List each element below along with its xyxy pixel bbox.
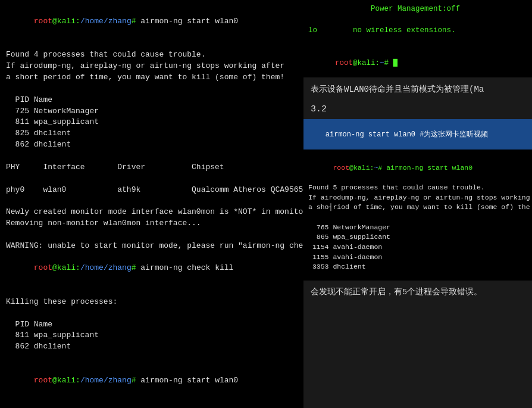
prompt-root: root — [34, 17, 52, 26]
terminal-line: WARNING: unable to start monitor mode, p… — [6, 241, 298, 252]
terminal-line — [6, 39, 298, 50]
terminal-line — [308, 213, 527, 223]
terminal-line: 1154 avahi-daemon — [308, 242, 527, 253]
right-secondary-terminal: root@kali:~# airmon-ng start wlan0 Found… — [303, 150, 532, 281]
highlighted-command: airmon-ng start wlan0 #为这张网卡监听视频 — [303, 119, 532, 150]
terminal-line — [308, 272, 527, 281]
terminal-line — [308, 14, 527, 25]
terminal-line — [6, 229, 298, 241]
left-terminal-panel: root@kali:/home/zhang# airmon-ng start w… — [0, 0, 303, 408]
terminal-line: root@kali:/home/zhang# airmon-ng check k… — [6, 252, 298, 286]
terminal-line: root@kali:~# airmon-ng start wlan0 — [308, 153, 527, 183]
terminal-line — [6, 398, 298, 408]
terminal-line: 3353 dhclient — [308, 262, 527, 272]
terminal-line — [6, 353, 298, 364]
terminal-line: Killing these processes: — [6, 297, 298, 308]
right-top-terminal: Power Management:off lo no wireless exte… — [303, 0, 532, 77]
chinese-explanation-1: 表示设备WLAN0待命并且当前模式为被管理(Ma — [303, 77, 532, 102]
terminal-line: 862 dhclient — [6, 139, 298, 151]
terminal-line: 865 wpa_supplicant — [308, 232, 527, 242]
chinese-explanation-2: 会发现不能正常开启，有5个进程会导致错误。 — [303, 281, 532, 304]
terminal-line: a sho┤riod of time, you may want to kill… — [308, 203, 527, 213]
terminal-line: Found 5 processes that could cause troub… — [308, 183, 527, 193]
terminal-line: 811 wpa_supplicant — [6, 330, 298, 341]
terminal-line: phy0 wlan0 ath9k Qualcomm Atheros QCA956… — [6, 185, 298, 196]
terminal-line: root@kali:/home/zhang# airmon-ng start w… — [6, 5, 298, 39]
terminal-line: root@kali:~# █ — [308, 47, 527, 79]
terminal-line: If airodump-ng, aireplay-ng or airtun-ng… — [308, 193, 527, 203]
terminal-line: 825 dhclient — [6, 128, 298, 139]
terminal-line: a short period of time, you may want to … — [6, 72, 298, 83]
terminal-line — [308, 36, 527, 46]
terminal-line: 811 wpa_supplicant — [6, 117, 298, 128]
terminal-line — [6, 151, 298, 162]
terminal-line: PID Name — [6, 95, 298, 106]
right-content-panel: Power Management:off lo no wireless exte… — [303, 0, 532, 408]
terminal-line: Found 4 processes that could cause troub… — [6, 49, 298, 61]
terminal-line: Removing non-monitor wlan0mon interface.… — [6, 218, 298, 229]
terminal-line: lo no wireless extensions. — [308, 25, 527, 36]
terminal-line: root@kali:/home/zhang# airmon-ng start w… — [6, 364, 298, 398]
terminal-line: 1155 avahi-daemon — [308, 253, 527, 263]
terminal-line: PID Name — [6, 319, 298, 331]
terminal-line: PHY Interface Driver Chipset — [6, 162, 298, 173]
terminal-line — [6, 308, 298, 319]
terminal-line: 765 NetworkManager — [308, 223, 527, 233]
terminal-line — [6, 83, 298, 95]
terminal-line: If airodump-ng, aireplay-ng or airtun-ng… — [6, 61, 298, 72]
terminal-line: Power Management:off — [308, 4, 527, 14]
prompt-hostname: kali — [57, 17, 76, 26]
prompt-path: /home/zhang — [80, 17, 132, 26]
terminal-line: 725 NetworkManager — [6, 106, 298, 117]
version-label: 3.2 — [303, 102, 532, 119]
terminal-line — [6, 285, 298, 297]
terminal-output: root@kali:/home/zhang# airmon-ng start w… — [6, 5, 298, 408]
terminal-line — [6, 195, 298, 207]
terminal-line — [6, 173, 298, 185]
terminal-line: 862 dhclient — [6, 341, 298, 353]
terminal-line: Newly created monitor mode interface wla… — [6, 207, 298, 218]
